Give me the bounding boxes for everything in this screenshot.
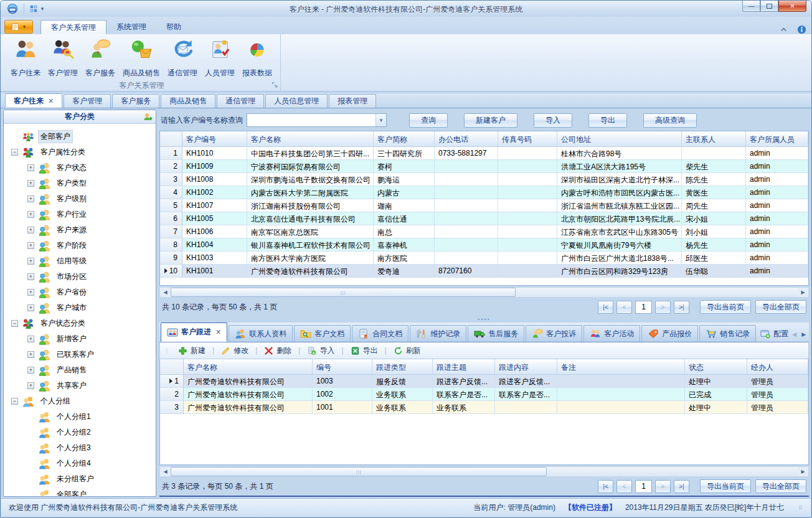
toolbar-button-导出[interactable]: 导出 <box>348 346 380 356</box>
tree-node-个人分组1[interactable]: 个人分组1 <box>9 409 154 425</box>
ribbon-button-客户服务[interactable]: 客户服务 <box>82 36 119 80</box>
ribbon-button-报表数据[interactable]: 报表数据 <box>238 36 276 80</box>
close-button[interactable]: ✕ <box>778 1 806 12</box>
expand-icon[interactable]: + <box>27 367 34 374</box>
tree-node-产品销售[interactable]: +产品销售 <box>9 362 154 378</box>
add-person-icon[interactable] <box>143 112 153 122</box>
expand-icon[interactable]: + <box>27 336 34 342</box>
minimize-button[interactable]: — <box>742 1 760 12</box>
expand-icon[interactable]: + <box>27 351 34 358</box>
follow-grid-row-3[interactable]: 3广州爱奇迪软件科技有限公司1001业务联系业务联系处理中管理员 <box>160 401 808 414</box>
detail-tab-产品报价[interactable]: 产品报价 <box>641 325 698 342</box>
previous-page-button[interactable]: < <box>616 480 632 493</box>
ribbon-button-商品及销售[interactable]: 商品及销售 <box>119 36 164 80</box>
tree-node-新增客户[interactable]: +新增客户 <box>9 331 154 347</box>
tab-scroll-right-icon[interactable]: ▶ <box>800 331 807 337</box>
export-all-pages-button[interactable]: 导出全部页 <box>755 479 806 493</box>
follow-grid-row-1[interactable]: 1广州爱奇迪软件科技有限公司1003服务反馈跟进客户反馈...跟进客户反馈...… <box>160 375 808 388</box>
tree-node-全部客户[interactable]: 全部客户 <box>9 129 154 144</box>
tree-node-客户类型[interactable]: +客户类型 <box>9 176 154 191</box>
customer-grid-row-5[interactable]: 5KH1007浙江迦南科技股份有限公司迦南浙江省温州市瓯北镇东瓯工业区园...周… <box>160 199 808 212</box>
doc-tab-人员信息管理[interactable]: 人员信息管理 <box>265 94 328 108</box>
customer-search-combobox[interactable]: ▼ <box>247 113 387 127</box>
tree-node-共享客户[interactable]: +共享客户 <box>9 378 154 393</box>
tree-node-市场分区[interactable]: +市场分区 <box>9 269 154 285</box>
follow-grid-scroll-thumb[interactable]: ||| <box>171 467 547 476</box>
tree-node-信用等级[interactable]: +信用等级 <box>9 253 154 269</box>
expand-icon[interactable]: + <box>27 164 34 171</box>
doc-tab-客户往来[interactable]: 客户往来✕ <box>5 93 62 108</box>
tree-node-已联系客户[interactable]: +已联系客户 <box>9 347 154 362</box>
detail-tab-售后服务[interactable]: 售后服务 <box>468 325 524 342</box>
detail-tab-联系人资料[interactable]: 联系人资料 <box>229 325 293 342</box>
tree-node-客户城市[interactable]: +客户城市 <box>9 300 154 316</box>
customer-grid-column-header-客户编号[interactable]: 客户编号 <box>182 131 247 146</box>
quick-access-toolbar-button[interactable]: ▼ <box>27 4 47 14</box>
resize-grip[interactable]: ⠿ <box>798 505 803 511</box>
previous-page-button[interactable]: < <box>616 301 632 314</box>
application-menu-button[interactable]: ▼ <box>4 20 33 34</box>
customer-grid-column-header-主联系人[interactable]: 主联系人 <box>682 131 746 146</box>
follow-grid-column-header-经办人[interactable]: 经办人 <box>747 359 808 374</box>
follow-grid-column-header-跟进内容[interactable]: 跟进内容 <box>495 359 557 374</box>
export-current-page-button[interactable]: 导出当前页 <box>700 479 751 493</box>
customer-grid-row-4[interactable]: 4KH1002内蒙古医科大学第二附属医院内蒙古内蒙古呼和浩特市回民区内蒙古医..… <box>160 186 808 199</box>
ribbon-button-通信管理[interactable]: 通信管理 <box>164 36 201 80</box>
toolbar-button-删除[interactable]: 删除 <box>262 346 294 356</box>
detail-tab-合同文档[interactable]: 合同文档 <box>352 325 408 342</box>
tree-node-客户行业[interactable]: +客户行业 <box>9 207 154 222</box>
query-button-导出[interactable]: 导出 <box>588 113 627 128</box>
first-page-button[interactable]: |< <box>598 480 613 493</box>
customer-grid-hscrollbar[interactable]: ◀|||▶ <box>159 287 809 298</box>
customer-grid-column-header-办公电话[interactable]: 办公电话 <box>435 131 498 146</box>
tree-node-未分组客户[interactable]: 未分组客户 <box>9 471 154 487</box>
expand-icon[interactable]: + <box>27 227 34 233</box>
scroll-right-icon[interactable]: ▶ <box>798 467 808 476</box>
scroll-right-icon[interactable]: ▶ <box>798 288 808 297</box>
doc-tab-客户服务[interactable]: 客户服务 <box>112 94 159 108</box>
toolbar-button-修改[interactable]: 修改 <box>219 346 251 356</box>
page-number-input[interactable] <box>635 480 652 493</box>
collapse-icon[interactable]: − <box>11 149 18 156</box>
dialog-launcher-icon[interactable] <box>271 82 278 88</box>
maximize-button[interactable] <box>760 1 778 12</box>
customer-grid-row-8[interactable]: 8KH1004银川嘉泰神机工程软件技术有限公司嘉泰神机宁夏银川凤凰南街79号六楼… <box>160 238 808 252</box>
combo-dropdown-icon[interactable]: ▼ <box>375 114 386 126</box>
customer-grid-row-9[interactable]: 9KH1003南方医科大学南方医院南方医院广州市白云区广州大道北1838号...… <box>160 252 808 265</box>
doc-tab-报表管理[interactable]: 报表管理 <box>329 94 376 108</box>
expand-icon[interactable]: + <box>27 289 34 296</box>
follow-grid-column-header-跟进类型[interactable]: 跟进类型 <box>372 359 433 374</box>
tree-node-客户属性分类[interactable]: −客户属性分类 <box>9 144 154 160</box>
scroll-left-icon[interactable]: ◀ <box>160 288 171 297</box>
export-all-pages-button[interactable]: 导出全部页 <box>755 300 806 314</box>
customer-grid-scroll-track[interactable]: ||| <box>171 288 798 297</box>
detail-tab-维护记录[interactable]: 维护记录 <box>410 325 466 342</box>
expand-icon[interactable]: + <box>27 273 34 280</box>
follow-grid-hscrollbar[interactable]: ◀|||▶ <box>159 466 809 477</box>
close-tab-icon[interactable]: ✕ <box>215 328 221 336</box>
customer-grid-row-6[interactable]: 6KH1005北京嘉信仕通电子科技有限公司嘉信仕通北京市朝阳区北苑路甲13号院北… <box>160 212 808 225</box>
collapse-icon[interactable]: − <box>11 398 18 405</box>
follow-grid-column-header-跟进主题[interactable]: 跟进主题 <box>433 359 495 374</box>
detail-tab-客户文档[interactable]: 客户文档 <box>294 325 351 342</box>
collapse-ribbon-icon[interactable] <box>779 25 788 34</box>
panel-splitter[interactable]: •••• <box>159 316 809 323</box>
detail-tab-客户投诉[interactable]: 客户投诉 <box>526 325 582 342</box>
tree-node-个人分组3[interactable]: 个人分组3 <box>9 440 154 456</box>
toolbar-button-新建[interactable]: 新建 <box>176 346 208 356</box>
follow-grid-column-header-编号[interactable]: 编号 <box>313 359 372 374</box>
ribbon-button-人员管理[interactable]: 人员管理 <box>201 36 238 80</box>
toolbar-grip[interactable]: ⋮ <box>164 347 171 354</box>
follow-grid-column-header-备注[interactable]: 备注 <box>557 359 685 374</box>
query-button-新建客户[interactable]: 新建客户 <box>464 113 517 128</box>
registered-link[interactable]: 【软件已注册】 <box>564 502 616 513</box>
first-page-button[interactable]: |< <box>598 301 613 314</box>
toolbar-button-刷新[interactable]: 刷新 <box>391 346 423 356</box>
doc-tab-商品及销售[interactable]: 商品及销售 <box>161 94 215 108</box>
tree-node-个人分组4[interactable]: 个人分组4 <box>9 456 154 471</box>
tree-node-客户状态分类[interactable]: −客户状态分类 <box>9 316 154 331</box>
expand-icon[interactable]: + <box>27 180 34 187</box>
customer-grid-row-1[interactable]: 1KH1010中国电子科技集团公司第三十四研...三十四研究所0733-5881… <box>160 147 808 160</box>
last-page-button[interactable]: >| <box>674 480 689 493</box>
collapse-icon[interactable]: − <box>11 320 18 327</box>
